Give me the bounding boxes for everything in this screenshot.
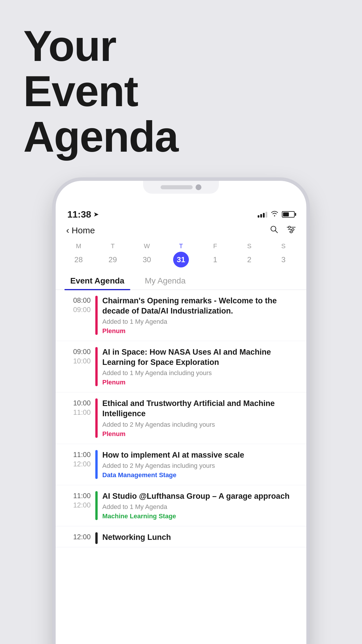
time-start: 09:00 xyxy=(73,348,91,356)
cal-day-num: 2 xyxy=(241,252,257,267)
item-title: Ethical and Trustworthy Artificial and M… xyxy=(102,398,298,419)
item-content: Chairman's Opening remarks - Welcome to … xyxy=(102,296,298,335)
agenda-item-4[interactable]: 11:00 12:00 How to implement AI at massi… xyxy=(56,444,306,485)
agenda-item-6[interactable]: 12:00 Networking Lunch xyxy=(56,526,306,547)
item-title: Chairman's Opening remarks - Welcome to … xyxy=(102,296,298,316)
back-label: Home xyxy=(72,225,95,235)
item-stage: Plenum xyxy=(102,379,298,386)
tab-my-agenda[interactable]: My Agenda xyxy=(139,272,191,290)
time-end: 11:00 xyxy=(73,408,91,416)
time-col: 12:00 xyxy=(64,532,91,544)
time-col: 10:00 11:00 xyxy=(64,398,91,438)
status-bar: 11:38 ➤ xyxy=(56,204,306,222)
cal-day-letter: F xyxy=(213,242,217,250)
cal-day-num: 3 xyxy=(275,252,291,267)
notch-pill xyxy=(161,185,193,189)
svg-line-1 xyxy=(275,231,278,233)
svg-point-6 xyxy=(292,229,294,231)
agenda-item-1[interactable]: 08:00 09:00 Chairman's Opening remarks -… xyxy=(56,290,306,341)
event-color-bar xyxy=(95,296,98,335)
cal-day-fri[interactable]: F 1 xyxy=(203,242,227,267)
notch-area xyxy=(56,181,306,204)
time-end: 10:00 xyxy=(73,357,91,365)
cal-day-letter: M xyxy=(76,242,81,250)
cal-day-letter: T xyxy=(111,242,115,250)
signal-bar-4 xyxy=(266,212,267,218)
item-content: Networking Lunch xyxy=(102,532,298,544)
item-title: Networking Lunch xyxy=(102,532,298,542)
time-col: 11:00 12:00 xyxy=(64,450,91,479)
battery-fill xyxy=(283,212,289,216)
item-title: AI Studio @Lufthansa Group – A garage ap… xyxy=(102,491,298,501)
item-content: AI Studio @Lufthansa Group – A garage ap… xyxy=(102,491,298,520)
event-color-bar xyxy=(95,491,98,520)
cal-day-tue1[interactable]: T 29 xyxy=(101,242,124,267)
item-meta: Added to 1 My Agenda including yours xyxy=(102,369,298,377)
hero-title: Your Event Agenda xyxy=(23,23,178,159)
status-icons xyxy=(258,210,295,218)
item-stage: Data Management Stage xyxy=(102,471,298,479)
item-meta: Added to 2 My Agendas including yours xyxy=(102,462,298,470)
chevron-left-icon: ‹ xyxy=(66,225,69,236)
cal-day-letter: T xyxy=(179,242,183,250)
cal-day-num: 30 xyxy=(139,252,155,267)
cal-day-letter: S xyxy=(281,242,286,250)
back-button[interactable]: ‹ Home xyxy=(66,225,95,236)
battery-icon xyxy=(282,211,295,218)
item-meta: Added to 1 My Agenda xyxy=(102,503,298,511)
time-end: 09:00 xyxy=(73,306,91,314)
item-meta: Added to 1 My Agenda xyxy=(102,318,298,326)
signal-bar-3 xyxy=(263,213,265,218)
time-col: 08:00 09:00 xyxy=(64,296,91,335)
cal-day-wed[interactable]: W 30 xyxy=(135,242,159,267)
agenda-list: 08:00 09:00 Chairman's Opening remarks -… xyxy=(56,290,306,547)
notch-camera xyxy=(196,184,201,190)
item-title: AI in Space: How NASA Uses AI and Machin… xyxy=(102,347,298,368)
agenda-item-3[interactable]: 10:00 11:00 Ethical and Trustworthy Arti… xyxy=(56,393,306,443)
phone-mockup: 11:38 ➤ xyxy=(56,181,306,644)
cal-day-sun[interactable]: S 3 xyxy=(272,242,295,267)
item-stage: Plenum xyxy=(102,430,298,438)
time-end: 12:00 xyxy=(73,501,91,509)
agenda-item-2[interactable]: 09:00 10:00 AI in Space: How NASA Uses A… xyxy=(56,341,306,392)
cal-day-mon[interactable]: M 28 xyxy=(67,242,90,267)
time-start: 12:00 xyxy=(73,533,91,541)
cal-day-thu[interactable]: T 31 xyxy=(169,242,193,267)
cal-day-num: 1 xyxy=(207,252,223,267)
time-display: 11:38 xyxy=(67,209,91,220)
item-stage: Plenum xyxy=(102,327,298,335)
nav-actions xyxy=(270,225,296,236)
event-color-bar xyxy=(95,398,98,438)
tabs: Event Agenda My Agenda xyxy=(56,272,306,290)
item-meta: Added to 2 My Agendas including yours xyxy=(102,421,298,428)
time-start: 11:00 xyxy=(73,451,91,459)
event-color-bar xyxy=(95,532,98,544)
time-col: 09:00 10:00 xyxy=(64,347,91,386)
time-start: 10:00 xyxy=(73,399,91,407)
signal-bars-icon xyxy=(258,211,267,218)
event-color-bar xyxy=(95,347,98,386)
calendar-strip: M 28 T 29 W 30 T 31 F 1 S 2 xyxy=(56,240,306,272)
time-end: 12:00 xyxy=(73,460,91,468)
cal-day-num: 31 xyxy=(173,252,189,267)
item-content: How to implement AI at massive scale Add… xyxy=(102,450,298,479)
item-stage: Machine Learning Stage xyxy=(102,512,298,520)
location-arrow-icon: ➤ xyxy=(94,211,99,218)
cal-day-num: 28 xyxy=(71,252,87,267)
filter-icon[interactable] xyxy=(287,225,296,236)
event-color-bar xyxy=(95,450,98,479)
time-start: 08:00 xyxy=(73,296,91,304)
nav-bar: ‹ Home xyxy=(56,222,306,239)
svg-point-7 xyxy=(290,231,292,233)
agenda-item-5[interactable]: 11:00 12:00 AI Studio @Lufthansa Group –… xyxy=(56,485,306,526)
status-time: 11:38 ➤ xyxy=(67,209,99,220)
cal-day-letter: S xyxy=(247,242,252,250)
search-icon[interactable] xyxy=(270,225,278,236)
signal-bar-2 xyxy=(260,214,262,218)
tab-event-agenda[interactable]: Event Agenda xyxy=(64,272,130,290)
time-col: 11:00 12:00 xyxy=(64,491,91,520)
cal-day-sat[interactable]: S 2 xyxy=(238,242,261,267)
svg-point-5 xyxy=(289,226,291,228)
cal-day-num: 29 xyxy=(105,252,121,267)
item-content: AI in Space: How NASA Uses AI and Machin… xyxy=(102,347,298,386)
